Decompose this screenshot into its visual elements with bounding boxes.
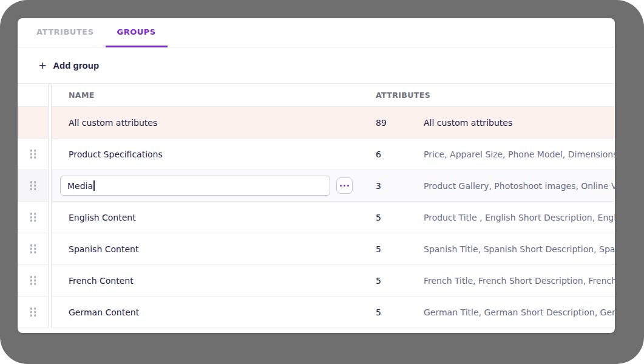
groups-toolbar: + Add group (18, 47, 615, 84)
drag-handle-icon[interactable] (29, 275, 37, 286)
tab-groups[interactable]: GROUPS (106, 18, 168, 47)
table-row[interactable]: French Content 5 French Title, French Sh… (52, 265, 615, 297)
attribute-count: 5 (376, 244, 424, 254)
attribute-list: Spanish Title, Spanish Short Description… (424, 244, 615, 254)
drag-handle-icon[interactable] (29, 244, 37, 254)
attribute-list: Price, Apparel Size, Phone Model, Dimens… (424, 149, 615, 159)
attribute-list: Product Title , English Short Descriptio… (424, 213, 615, 222)
drag-handle-icon[interactable] (29, 180, 37, 191)
table-row[interactable]: English Content 5 Product Title , Englis… (52, 202, 615, 233)
rail-cell (18, 202, 48, 233)
attribute-count: 5 (376, 307, 424, 317)
group-name: German Content (52, 307, 376, 317)
group-name-input-value: Media (67, 181, 93, 191)
ellipsis-icon (340, 185, 342, 187)
table-row[interactable]: All custom attributes 89 All custom attr… (52, 107, 615, 139)
rail-cell (18, 297, 48, 328)
add-group-label: Add group (53, 60, 99, 70)
drag-handle-icon[interactable] (29, 212, 37, 222)
drag-rail (18, 84, 49, 328)
group-name: All custom attributes (52, 118, 376, 128)
attribute-count: 5 (376, 276, 424, 286)
row-options-button[interactable] (336, 177, 353, 194)
window-backdrop: ATTRIBUTES GROUPS + Add group (0, 0, 644, 364)
table-row[interactable]: Spanish Content 5 Spanish Title, Spanish… (52, 233, 615, 265)
group-name: English Content (52, 213, 376, 222)
column-header-attributes: ATTRIBUTES (376, 91, 430, 100)
group-name: Product Specifications (52, 149, 376, 159)
rail-header-spacer (18, 84, 48, 107)
table-row-editing[interactable]: Media 3 Product Gallery, Photoshoot imag… (52, 170, 615, 202)
table-row[interactable]: Product Specifications 6 Price, Apparel … (52, 139, 615, 170)
drag-handle-icon[interactable] (29, 307, 37, 317)
rail-cell (18, 265, 48, 297)
table-body: NAME ATTRIBUTES All custom attributes 89… (51, 84, 615, 328)
tab-bar: ATTRIBUTES GROUPS (18, 18, 615, 47)
group-name-input[interactable]: Media (60, 176, 330, 196)
table-row[interactable]: German Content 5 German Title, German Sh… (52, 297, 615, 328)
text-cursor (93, 180, 95, 191)
attribute-count: 6 (376, 149, 424, 159)
rail-cell (18, 139, 48, 170)
attribute-list: Product Gallery, Photoshoot images, Onli… (424, 181, 615, 191)
tab-attributes[interactable]: ATTRIBUTES (25, 18, 106, 47)
plus-icon: + (39, 59, 46, 72)
attribute-list: French Title, French Short Description, … (424, 276, 615, 286)
attribute-groups-panel: ATTRIBUTES GROUPS + Add group (18, 18, 615, 333)
attribute-list: All custom attributes (424, 118, 615, 128)
groups-table: NAME ATTRIBUTES All custom attributes 89… (18, 84, 615, 328)
table-header-row: NAME ATTRIBUTES (52, 84, 615, 107)
attribute-count: 3 (376, 181, 424, 191)
group-name: Spanish Content (52, 244, 376, 254)
group-name: French Content (52, 276, 376, 286)
add-group-button[interactable]: + Add group (39, 59, 99, 72)
attribute-count: 5 (376, 213, 424, 222)
rail-cell (18, 107, 48, 139)
attribute-list: German Title, German Short Description, … (424, 307, 615, 317)
column-header-name: NAME (52, 91, 376, 100)
rail-cell (18, 170, 48, 202)
group-name-edit-cell: Media (52, 176, 376, 196)
rail-cell (18, 233, 48, 265)
attribute-count: 89 (376, 118, 424, 128)
drag-handle-icon[interactable] (29, 149, 37, 159)
